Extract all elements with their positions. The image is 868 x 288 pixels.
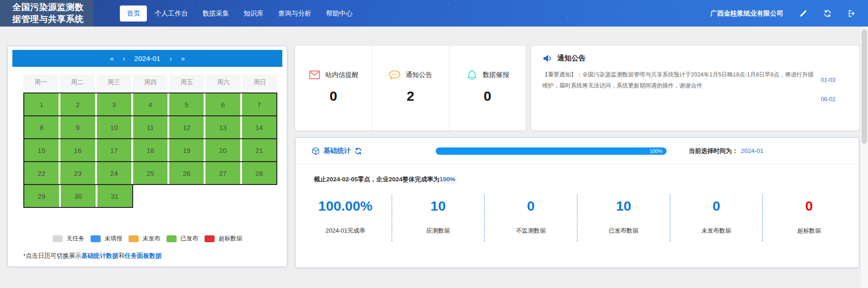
calendar-day[interactable]: 20 <box>205 139 240 161</box>
summary-prefix: 截止2024-02-05零点，企业2024整体完成率为 <box>314 176 440 183</box>
calendar-day-grid: 1234567891011121314151617181920212223242… <box>23 92 277 208</box>
calendar-day[interactable]: 8 <box>24 116 59 138</box>
notice-list: 【重要通知】：全国污染源监测数据管理与共享系统预计于2024年1月5日晚18点-… <box>542 69 848 107</box>
counter-header: 站内信提醒 <box>295 69 372 81</box>
top-navbar: 全国污染源监测数 据管理与共享系统 首页个人工作台数据采集知识库查询与分析帮助中… <box>0 0 868 27</box>
legend-label: 已发布 <box>181 234 199 243</box>
nav-item-3[interactable]: 知识库 <box>237 5 271 22</box>
notice-item-date: 01-03 <box>821 77 848 83</box>
nav-item-0[interactable]: 首页 <box>120 5 147 22</box>
calendar-day[interactable]: 23 <box>60 162 95 184</box>
calendar-day[interactable]: 25 <box>133 162 167 184</box>
calendar-weekday-row: 周一周二周三周四周五周六周日 <box>23 75 277 90</box>
progress-bar: 100% <box>436 147 667 155</box>
calendar-day[interactable]: 11 <box>133 116 167 138</box>
calendar-next-month-button[interactable]: › <box>169 55 172 62</box>
legend-label: 超标数据 <box>219 234 243 243</box>
stat-metric-value: 10 <box>577 198 670 214</box>
stats-refresh-icon[interactable] <box>354 147 362 155</box>
legend-item: 未填报 <box>91 234 123 243</box>
nav-item-2[interactable]: 数据采集 <box>196 5 236 22</box>
calendar-week-row: 891011121314 <box>23 115 277 139</box>
counter-value: 0 <box>295 88 372 104</box>
counters-card: 站内信提醒0通知公告2数据催报0 <box>295 46 526 130</box>
stat-metric-value: 0 <box>763 198 855 214</box>
notice-item-text[interactable]: 【重要通知】：全国污染源监测数据管理与共享系统预计于2024年1月5日晚18点-… <box>542 69 817 92</box>
stats-header: 基础统计 100% 当前选择时间为：2024-01 <box>296 138 859 164</box>
calendar-day[interactable]: 18 <box>133 139 167 161</box>
stat-metric: 0超标数据 <box>762 195 855 241</box>
selected-time-value[interactable]: 2024-01 <box>741 147 764 154</box>
calendar-week-row: 15161718192021 <box>23 138 277 162</box>
edit-icon[interactable] <box>799 9 808 18</box>
summary-value: 100% <box>440 176 456 183</box>
calendar-day[interactable]: 7 <box>242 93 276 115</box>
calendar-day[interactable]: 19 <box>169 139 204 161</box>
notice-header: 通知公告 <box>542 53 848 64</box>
calendar-day[interactable]: 13 <box>205 116 240 138</box>
legend-item: 无任务 <box>53 234 85 243</box>
calendar-prev-month-button[interactable]: ‹ <box>123 55 125 62</box>
scrollbar-thumb[interactable] <box>862 29 867 144</box>
weekday-header: 周日 <box>243 75 277 90</box>
notice-item-date: 06-02 <box>821 96 848 103</box>
calendar-day[interactable]: 31 <box>97 185 132 207</box>
calendar-day[interactable]: 24 <box>97 162 131 184</box>
footnote-prefix: *点击日历可切换展示 <box>23 252 81 259</box>
calendar-day[interactable]: 16 <box>60 139 95 161</box>
calendar-footnote: *点击日历可切换展示基础统计数据和任务面板数据 <box>23 252 162 260</box>
notice-title: 通知公告 <box>557 54 586 63</box>
basic-stats-link[interactable]: 基础统计数据 <box>81 252 119 259</box>
calendar-week-row: 293031 <box>23 184 133 208</box>
calendar-prev-year-button[interactable]: « <box>110 55 113 62</box>
refresh-icon[interactable] <box>823 9 832 18</box>
legend-label: 未发布 <box>143 234 161 243</box>
logout-icon[interactable] <box>847 9 856 18</box>
stat-metric: 0不监测数据 <box>484 195 577 241</box>
counter-label: 数据催报 <box>483 71 509 79</box>
counter-label: 站内信提醒 <box>325 71 359 79</box>
nav-item-5[interactable]: 帮助中心 <box>319 5 360 22</box>
stat-metric-value: 0 <box>485 198 577 214</box>
calendar-day[interactable]: 22 <box>24 162 59 184</box>
calendar-day[interactable]: 6 <box>205 93 240 115</box>
calendar-day[interactable]: 28 <box>242 162 276 184</box>
calendar-day[interactable]: 4 <box>133 93 167 115</box>
calendar-day[interactable]: 30 <box>61 185 96 207</box>
bell-icon <box>466 69 478 81</box>
calendar-day[interactable]: 14 <box>242 116 276 138</box>
calendar-day[interactable]: 15 <box>24 139 59 161</box>
counter-section[interactable]: 通知公告2 <box>372 46 448 130</box>
calendar-next-year-button[interactable]: » <box>181 55 184 62</box>
counter-section[interactable]: 数据催报0 <box>449 46 526 130</box>
stats-title: 基础统计 <box>323 147 351 155</box>
weekday-header: 周二 <box>60 75 95 90</box>
counter-section[interactable]: 站内信提醒0 <box>295 46 372 130</box>
calendar-day[interactable]: 29 <box>24 185 59 207</box>
weekday-header: 周四 <box>133 75 168 90</box>
calendar-card: « ‹ 2024-01 › » 周一周二周三周四周五周六周日 123456789… <box>7 46 287 267</box>
calendar-day[interactable]: 17 <box>97 139 131 161</box>
calendar-day[interactable]: 12 <box>169 116 204 138</box>
calendar-day[interactable]: 21 <box>242 139 276 161</box>
page-content: « ‹ 2024-01 › » 周一周二周三周四周五周六周日 123456789… <box>0 27 868 288</box>
task-panel-link[interactable]: 任务面板数据 <box>124 252 162 259</box>
calendar-day[interactable]: 26 <box>169 162 204 184</box>
stat-metric: 100.00%2024-01完成率 <box>299 195 392 241</box>
calendar-day[interactable]: 3 <box>97 93 131 115</box>
calendar-day[interactable]: 1 <box>24 93 59 115</box>
legend-item: 已发布 <box>167 234 199 243</box>
calendar-day[interactable]: 9 <box>60 116 95 138</box>
stat-metric-label: 不监测数据 <box>485 227 577 235</box>
calendar-day[interactable]: 2 <box>60 93 95 115</box>
counter-header: 通知公告 <box>372 69 448 81</box>
legend-label: 无任务 <box>67 234 85 243</box>
stat-metric-label: 已发布数据 <box>577 227 670 235</box>
calendar-day[interactable]: 27 <box>205 162 240 184</box>
progress-label: 100% <box>650 148 663 154</box>
calendar-day[interactable]: 10 <box>97 116 131 138</box>
calendar-day[interactable]: 5 <box>169 93 204 115</box>
nav-item-4[interactable]: 查询与分析 <box>271 5 318 22</box>
nav-item-1[interactable]: 个人工作台 <box>148 5 195 22</box>
counter-value: 0 <box>449 88 526 104</box>
